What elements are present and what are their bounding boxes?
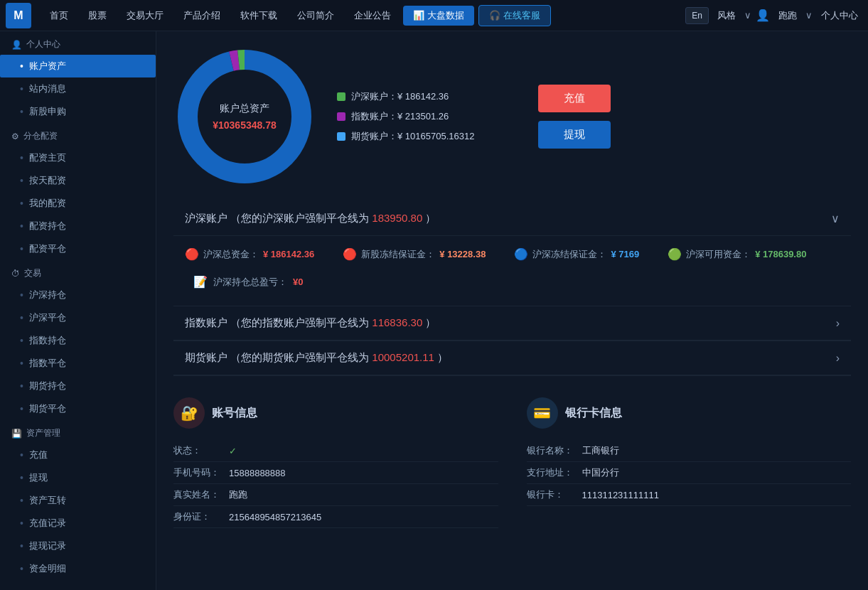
red-dot-icon-2: 🔴: [343, 247, 357, 261]
nav-stocks[interactable]: 股票: [78, 0, 117, 31]
sidebar-item-messages[interactable]: 站内消息: [0, 77, 156, 100]
red-dot-icon-1: 🔴: [185, 247, 199, 261]
bank-info-box: 💳 银行卡信息 银行名称： 工商银行 支行地址： 中国分行 银行卡： 11131…: [527, 397, 852, 528]
account-info-row-phone: 手机号码： 15888888888: [173, 462, 498, 484]
bank-info-icon: 💳: [527, 397, 558, 429]
top-right-controls: En 风格 ∨ 👤 跑跑 ∨ 个人中心: [685, 7, 862, 24]
online-service-button[interactable]: 🎧 在线客服: [478, 5, 551, 26]
stat-available-funds: 🟢 沪深可用资金： ¥ 178639.80: [668, 247, 806, 261]
sidebar-item-daily-allocation[interactable]: 按天配资: [0, 169, 156, 192]
hushen-stats-row: 🔴 沪深总资金： ¥ 186142.36 🔴 新股冻结保证金： ¥ 13228.…: [185, 247, 840, 261]
user-icon: 👤: [756, 9, 770, 22]
withdraw-button[interactable]: 提现: [538, 121, 611, 149]
nav-home[interactable]: 首页: [40, 0, 78, 31]
index-title: 指数账户 （您的指数账户强制平仓线为 116836.30 ）: [185, 316, 436, 330]
stat-hushen-total: 🔴 沪深总资金： ¥ 186142.36: [185, 247, 314, 261]
bank-info-header: 💳 银行卡信息: [527, 397, 852, 429]
nav-products[interactable]: 产品介绍: [173, 0, 230, 31]
sidebar: 👤 个人中心 账户资产 站内消息 新股申购 ⚙ 分仓配资 配资主页 按天配资 我…: [0, 31, 156, 590]
sidebar-section-allocation: ⚙ 分仓配资: [0, 123, 156, 146]
sidebar-item-recharge[interactable]: 充值: [0, 444, 156, 466]
account-info-row-status: 状态： ✓: [173, 440, 498, 462]
hushen-account-details: 🔴 沪深总资金： ¥ 186142.36 🔴 新股冻结保证金： ¥ 13228.…: [173, 236, 851, 306]
nav-trading-hall[interactable]: 交易大厅: [117, 0, 173, 31]
legend-hushen: 沪深账户：¥ 186142.36: [337, 90, 474, 103]
sidebar-item-account-assets[interactable]: 账户资产: [0, 55, 156, 77]
account-info-header: 🔐 账号信息: [173, 397, 498, 429]
sidebar-item-index-close[interactable]: 指数平仓: [0, 352, 156, 375]
trading-icon: ⏱: [11, 269, 20, 279]
nav-links: 首页 股票 交易大厅 产品介绍 软件下载 公司简介 企业公告 📊 大盘数据 🎧 …: [40, 0, 685, 31]
donut-chart-container: 账户总资产 ¥10365348.78: [173, 45, 316, 188]
index-account-section: 指数账户 （您的指数账户强制平仓线为 116836.30 ） ›: [173, 306, 851, 341]
sidebar-item-allocation-home[interactable]: 配资主页: [0, 146, 156, 169]
legend-dot-futures: [337, 132, 345, 141]
logo: M: [6, 3, 31, 28]
nav-software[interactable]: 软件下载: [230, 0, 287, 31]
personal-center-link[interactable]: 个人中心: [817, 9, 862, 22]
green-dot-icon: 🟢: [668, 247, 682, 261]
legend-futures: 期货账户：¥ 10165705.16312: [337, 130, 474, 143]
nav-about[interactable]: 公司简介: [287, 0, 344, 31]
sidebar-section-assets: 💾 资产管理: [0, 420, 156, 444]
user-icon-sidebar: 👤: [11, 40, 22, 50]
sidebar-section-trading: ⏱ 交易: [0, 260, 156, 284]
sidebar-item-allocation-positions[interactable]: 配资持仓: [0, 215, 156, 237]
language-button[interactable]: En: [685, 7, 709, 24]
sidebar-item-my-allocation[interactable]: 我的配资: [0, 192, 156, 215]
chart-icon: 📊: [413, 10, 424, 21]
sidebar-item-withdraw-history[interactable]: 提现记录: [0, 535, 156, 557]
blue-dot-icon: 🔵: [514, 247, 528, 261]
recharge-button[interactable]: 充值: [538, 85, 611, 112]
bank-info-row-address: 支行地址： 中国分行: [527, 462, 852, 484]
account-info-icon: 🔐: [173, 397, 205, 429]
sidebar-item-hushen-positions[interactable]: 沪深持仓: [0, 284, 156, 306]
chevron-right-futures: ›: [836, 352, 840, 365]
hushen-title: 沪深账户 （您的沪深账户强制平仓线为 183950.80 ）: [185, 212, 436, 225]
nav-announcements[interactable]: 企业公告: [344, 0, 401, 31]
legend-dot-hushen: [337, 92, 345, 101]
profit-icon: 📝: [193, 275, 208, 289]
futures-section-header[interactable]: 期货账户 （您的期货账户强制平仓线为 10005201.11 ） ›: [173, 341, 851, 375]
style-button[interactable]: 风格: [713, 9, 740, 22]
chevron-right-index: ›: [836, 317, 840, 330]
market-data-button[interactable]: 📊 大盘数据: [403, 6, 474, 26]
futures-account-section: 期货账户 （您的期货账户强制平仓线为 10005201.11 ） ›: [173, 341, 851, 376]
hushen-account-section: 沪深账户 （您的沪深账户强制平仓线为 183950.80 ） ∨ 🔴 沪深总资金…: [173, 202, 851, 306]
username-label[interactable]: 跑跑: [774, 9, 801, 22]
index-section-header[interactable]: 指数账户 （您的指数账户强制平仓线为 116836.30 ） ›: [173, 306, 851, 340]
main-layout: 👤 个人中心 账户资产 站内消息 新股申购 ⚙ 分仓配资 配资主页 按天配资 我…: [0, 31, 868, 590]
allocation-icon: ⚙: [11, 132, 19, 141]
sidebar-item-transfer[interactable]: 资产互转: [0, 489, 156, 512]
sidebar-item-hushen-close[interactable]: 沪深平仓: [0, 306, 156, 329]
sidebar-item-withdraw[interactable]: 提现: [0, 466, 156, 489]
sidebar-item-futures-close[interactable]: 期货平仓: [0, 397, 156, 420]
chevron-down-icon: ∨: [744, 10, 751, 21]
stat-frozen-margin: 🔵 沪深冻结保证金： ¥ 7169: [514, 247, 639, 261]
chevron-down-hushen: ∨: [831, 212, 840, 225]
futures-title: 期货账户 （您的期货账户强制平仓线为 10005201.11 ）: [185, 351, 448, 365]
top-navigation: M 首页 股票 交易大厅 产品介绍 软件下载 公司简介 企业公告 📊 大盘数据 …: [0, 0, 868, 31]
bottom-info-panels: 🔐 账号信息 状态： ✓ 手机号码： 15888888888 真实姓名： 跑跑 …: [173, 383, 851, 542]
legend-dot-index: [337, 112, 345, 121]
sidebar-item-allocation-close[interactable]: 配资平仓: [0, 237, 156, 260]
account-info-box: 🔐 账号信息 状态： ✓ 手机号码： 15888888888 真实姓名： 跑跑 …: [173, 397, 498, 528]
account-info-row-name: 真实姓名： 跑跑: [173, 484, 498, 506]
asset-mgmt-icon: 💾: [11, 429, 22, 439]
sidebar-item-recharge-history[interactable]: 充值记录: [0, 512, 156, 535]
asset-summary-section: 账户总资产 ¥10365348.78 沪深账户：¥ 186142.36 指数账户…: [173, 45, 851, 188]
sidebar-item-futures-positions[interactable]: 期货持仓: [0, 375, 156, 397]
headset-icon: 🎧: [489, 10, 500, 21]
hushen-total-profit-row: 📝 沪深持仓总盈亏： ¥0: [185, 269, 840, 294]
stat-ipo-frozen: 🔴 新股冻结保证金： ¥ 13228.38: [343, 247, 486, 261]
sidebar-item-new-stocks[interactable]: 新股申购: [0, 100, 156, 123]
bank-info-row-name: 银行名称： 工商银行: [527, 440, 852, 462]
hushen-section-header[interactable]: 沪深账户 （您的沪深账户强制平仓线为 183950.80 ） ∨: [173, 202, 851, 236]
sidebar-item-index-positions[interactable]: 指数持仓: [0, 329, 156, 352]
legend-index: 指数账户：¥ 213501.26: [337, 110, 474, 123]
bank-info-row-card: 银行卡： 111311231111111: [527, 484, 852, 506]
main-content: 账户总资产 ¥10365348.78 沪深账户：¥ 186142.36 指数账户…: [156, 31, 868, 590]
sidebar-item-fund-details[interactable]: 资金明细: [0, 557, 156, 580]
donut-center-label: 账户总资产 ¥10365348.78: [213, 102, 277, 131]
asset-legend: 沪深账户：¥ 186142.36 指数账户：¥ 213501.26 期货账户：¥…: [337, 90, 474, 143]
